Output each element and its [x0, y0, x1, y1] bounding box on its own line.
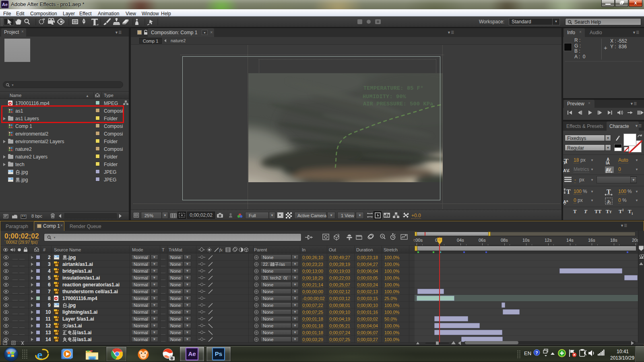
svg-text:?: ? [535, 350, 538, 355]
svg-text:T: T [563, 160, 566, 165]
svg-text:T: T [566, 188, 571, 195]
svg-text:V: V [566, 168, 570, 173]
svg-text:あ: あ [607, 199, 611, 204]
svg-text:a: a [566, 199, 568, 203]
svg-text:T: T [607, 188, 611, 195]
svg-text:fx: fx [219, 247, 223, 252]
svg-text:IA: IA [606, 161, 610, 165]
